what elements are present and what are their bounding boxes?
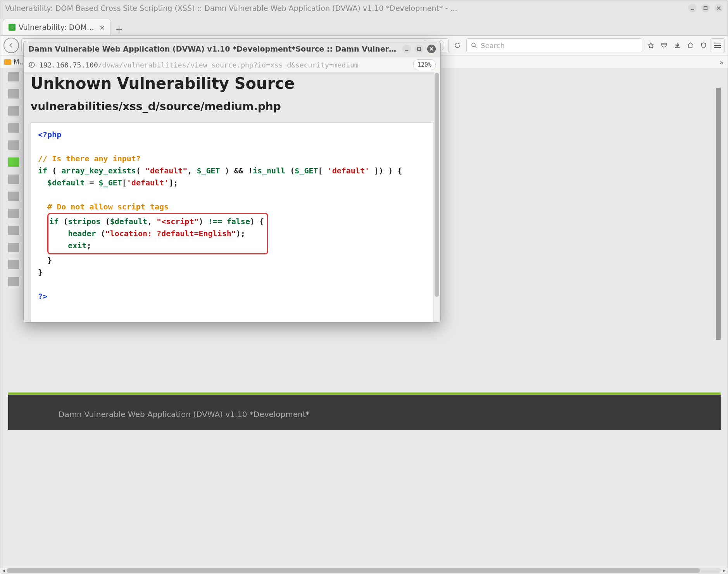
svg-marker-13: [648, 43, 654, 48]
popup-zoom-indicator[interactable]: 120%: [413, 59, 436, 70]
info-icon: [28, 61, 35, 68]
highlighted-code: if (stripos ($default, "<script") !== fa…: [47, 213, 268, 254]
scroll-right-arrow[interactable]: ▸: [721, 567, 728, 574]
tab-close-button[interactable]: ×: [99, 23, 105, 31]
toolbar-right: [645, 38, 725, 52]
sidebar-item[interactable]: [8, 243, 19, 252]
downloads-icon[interactable]: [671, 39, 683, 52]
reload-button[interactable]: [451, 39, 464, 52]
main-titlebar: Vulnerability: DOM Based Cross Site Scri…: [0, 0, 728, 16]
sidebar-item[interactable]: [8, 72, 19, 81]
scroll-left-arrow[interactable]: ◂: [0, 567, 7, 574]
sidebar-item[interactable]: [8, 123, 19, 133]
popup-maximize-button[interactable]: [415, 45, 423, 53]
footer-bar: Damn Vulnerable Web Application (DVWA) v…: [8, 399, 721, 430]
tab-strip: Vulnerability: DOM Ba... × +: [0, 16, 728, 36]
svg-point-11: [472, 43, 475, 47]
bookmark-folder[interactable]: M…: [4, 58, 26, 66]
source-heading: Unknown Vulnerability Source: [31, 74, 433, 92]
hscroll-track[interactable]: [7, 568, 721, 573]
main-window-title: Vulnerability: DOM Based Cross Site Scri…: [5, 4, 683, 12]
source-code-box: <?php // Is there any input? if ( array_…: [31, 122, 433, 322]
home-icon[interactable]: [684, 39, 697, 52]
popup-titlebar: Damn Vulnerable Web Application (DVWA) v…: [24, 41, 440, 57]
popup-body: Unknown Vulnerability Source vulnerabili…: [24, 73, 440, 322]
shield-icon[interactable]: [697, 39, 710, 52]
pocket-icon[interactable]: [658, 39, 670, 52]
popup-vertical-scrollbar[interactable]: [434, 72, 440, 321]
svg-rect-1: [704, 7, 707, 10]
popup-address-bar[interactable]: 192.168.75.100/dvwa/vulnerabilities/view…: [24, 57, 440, 73]
sidebar-item-active[interactable]: [8, 157, 19, 167]
search-icon: [471, 42, 478, 49]
sidebar-nav: [8, 72, 20, 294]
footer-text: Damn Vulnerable Web Application (DVWA) v…: [59, 410, 310, 419]
main-close-button[interactable]: [714, 4, 723, 12]
main-minimize-button[interactable]: [688, 4, 697, 12]
popup-window: Damn Vulnerable Web Application (DVWA) v…: [23, 41, 441, 323]
popup-title: Damn Vulnerable Web Application (DVWA) v…: [28, 45, 399, 53]
svg-rect-14: [662, 43, 666, 45]
sidebar-item[interactable]: [8, 192, 19, 201]
sidebar-item[interactable]: [8, 140, 19, 150]
tab-label: Vulnerability: DOM Ba...: [19, 23, 96, 31]
tab-favicon: [9, 24, 16, 31]
folder-icon: [4, 59, 11, 65]
bookmark-star-icon[interactable]: [645, 39, 657, 52]
svg-point-22: [32, 63, 32, 64]
menu-button[interactable]: [711, 38, 725, 52]
horizontal-scrollbar[interactable]: ◂ ▸: [0, 567, 728, 574]
svg-rect-15: [675, 47, 680, 48]
sidebar-item[interactable]: [8, 175, 19, 184]
sidebar-item[interactable]: [8, 226, 19, 235]
back-button[interactable]: [3, 38, 19, 53]
content-scroll-shadow: [716, 88, 721, 340]
popup-minimize-button[interactable]: [402, 45, 411, 53]
popup-close-button[interactable]: [427, 45, 436, 53]
tab-active[interactable]: Vulnerability: DOM Ba... ×: [3, 19, 111, 35]
search-box[interactable]: Search: [466, 38, 642, 52]
svg-rect-17: [417, 47, 421, 50]
sidebar-item[interactable]: [8, 260, 19, 269]
popup-vscroll-thumb[interactable]: [435, 73, 439, 297]
sidebar-item[interactable]: [8, 106, 19, 116]
sidebar-item[interactable]: [8, 209, 19, 218]
new-tab-button[interactable]: +: [113, 24, 125, 35]
bookmark-overflow[interactable]: »: [719, 58, 724, 66]
popup-url: 192.168.75.100/dvwa/vulnerabilities/view…: [39, 61, 409, 69]
search-placeholder: Search: [481, 41, 505, 50]
main-maximize-button[interactable]: [701, 4, 710, 12]
source-filepath: vulnerabilities/xss_d/source/medium.php: [31, 100, 433, 113]
svg-line-12: [475, 46, 476, 48]
sidebar-item[interactable]: [8, 277, 19, 286]
sidebar-item[interactable]: [8, 89, 19, 99]
hscroll-thumb[interactable]: [7, 568, 700, 573]
